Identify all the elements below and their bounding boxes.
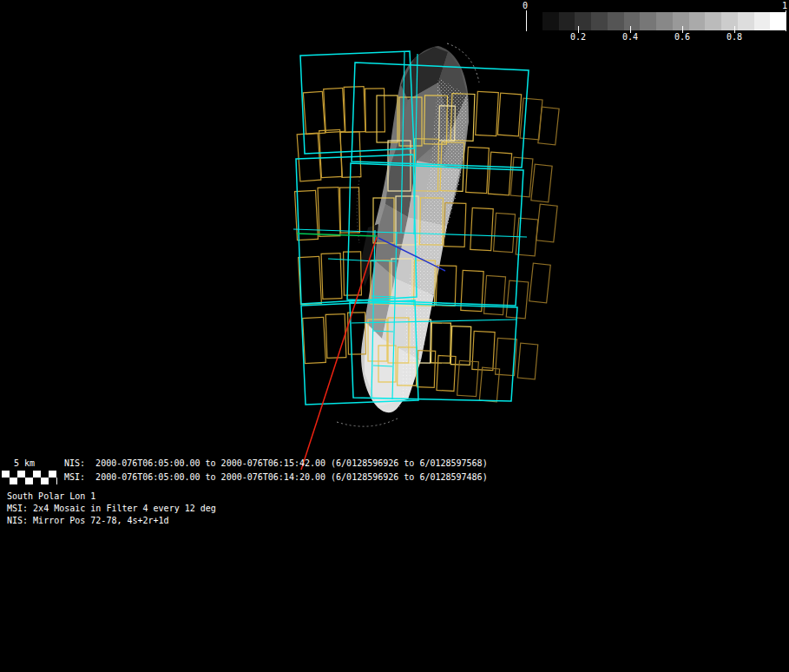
msi-footprint: [476, 91, 499, 135]
scale-bar-checker: [2, 471, 57, 484]
msi-footprint: [365, 89, 385, 132]
msi-footprint: [344, 252, 362, 295]
msi-footprint: [457, 360, 479, 396]
msi-footprint: [303, 317, 326, 363]
msi-footprint: [538, 107, 559, 145]
caption-title: South Polar Lon 1: [7, 491, 216, 502]
msi-footprint: [325, 314, 346, 359]
scale-bar-label: 5 km: [14, 458, 35, 469]
msi-footprint: [303, 91, 325, 134]
msi-footprint: [493, 213, 515, 252]
msi-footprint: [437, 356, 456, 392]
msi-footprint: [536, 204, 557, 242]
msi-footprint: [470, 208, 493, 250]
msi-footprint: [472, 331, 495, 370]
caption-block: South Polar Lon 1 MSI: 2x4 Mosaic in Fil…: [7, 491, 216, 528]
msi-footprint: [497, 93, 521, 136]
nis-observation-line: NIS: 2000-076T06:05:00.00 to 2000-076T06…: [64, 458, 488, 469]
msi-footprint: [431, 323, 451, 363]
viewport: 0 1 0.20.40.60.8: [0, 0, 789, 672]
msi-footprint: [529, 263, 550, 303]
msi-footprint: [319, 129, 343, 177]
msi-footprint: [479, 367, 499, 402]
msi-footprint: [299, 256, 322, 304]
msi-footprint: [488, 152, 511, 195]
msi-footprint: [517, 343, 537, 379]
msi-footprint: [531, 164, 552, 202]
msi-footprint: [436, 266, 457, 306]
msi-observation-line: MSI: 2000-076T06:05:00.00 to 2000-076T06…: [64, 472, 488, 483]
msi-footprint: [324, 88, 345, 132]
msi-footprint: [466, 147, 490, 193]
caption-msi-desc: MSI: 2x4 Mosaic in Filter 4 every 12 deg: [7, 504, 216, 514]
msi-footprint: [321, 254, 342, 300]
msi-footprint: [318, 188, 340, 237]
footprint-visualization: [0, 0, 789, 672]
msi-footprint: [450, 326, 471, 366]
msi-footprint: [483, 275, 505, 314]
asteroid-limb-dashes: [337, 418, 398, 426]
caption-nis-desc: NIS: Mirror Pos 72-78, 4s+2r+1d: [7, 516, 216, 526]
msi-footprint: [297, 133, 321, 181]
